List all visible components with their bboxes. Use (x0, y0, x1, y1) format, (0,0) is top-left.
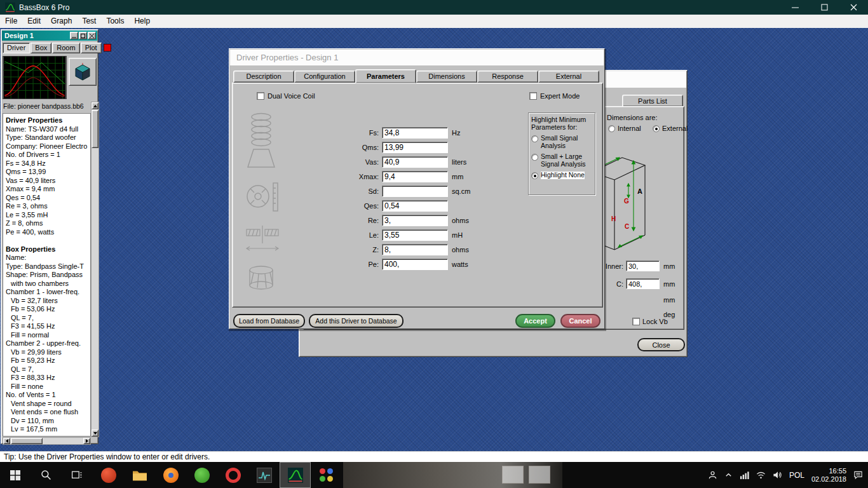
volume-icon[interactable] (773, 470, 782, 480)
menu-item[interactable]: Test (77, 15, 101, 28)
c-dimension-input[interactable] (626, 278, 660, 289)
language-indicator[interactable]: POL (789, 471, 804, 480)
opera-icon (226, 468, 241, 483)
minimize-icon[interactable] (780, 0, 810, 15)
taskbar-app-media[interactable] (311, 462, 342, 488)
menu-item[interactable]: Tools (101, 15, 129, 28)
dialog-tab[interactable]: External (538, 71, 599, 83)
highlight-option[interactable]: Highlight None (531, 172, 592, 179)
parameter-input[interactable] (382, 229, 448, 241)
start-button[interactable] (0, 462, 31, 488)
task-view-button[interactable] (61, 462, 92, 488)
app-titlebar: BassBox 6 Pro (0, 0, 868, 15)
add-driver-to-database-button[interactable]: Add this Driver to Database (309, 314, 403, 328)
status-tip: Tip: Use the Driver Properties window to… (4, 452, 210, 461)
taskbar-app-browser-red[interactable] (93, 462, 124, 488)
property-line: Type: Standard woofer (6, 133, 90, 142)
close-button[interactable]: Close (637, 338, 685, 351)
inner-dimension-input[interactable] (626, 261, 660, 271)
highlight-option[interactable]: Small Signal Analysis (531, 135, 592, 149)
dialog-tab[interactable]: Dimensions (416, 71, 477, 83)
lock-vb-checkbox[interactable]: Lock Vb (632, 318, 668, 325)
radio-internal[interactable]: Internal (608, 125, 641, 132)
property-line: Driver Properties (6, 116, 90, 125)
load-from-database-button[interactable]: Load from Database (233, 314, 305, 328)
menu-item[interactable]: Edit (22, 15, 46, 28)
bassbox-icon (288, 468, 303, 483)
parameter-input[interactable] (382, 142, 448, 153)
design-tab[interactable]: Plot (81, 43, 102, 53)
accept-button[interactable]: Accept (515, 314, 555, 328)
dialog-tab[interactable]: Parameters (355, 69, 416, 83)
dialog-tab[interactable]: Configuration (294, 71, 355, 83)
maximize-icon[interactable] (810, 0, 839, 15)
design-tab[interactable]: Room (52, 43, 79, 53)
parameter-input[interactable] (382, 186, 448, 197)
taskbar-app-opera[interactable] (217, 462, 248, 488)
horizontal-scrollbar[interactable] (3, 437, 91, 445)
scroll-right-icon[interactable] (83, 438, 90, 444)
cancel-button[interactable]: Cancel (560, 314, 600, 328)
vertical-scroll-thumb[interactable] (92, 110, 98, 148)
menubar: FileEditGraphTestToolsHelp (0, 15, 868, 28)
taskbar-app-file-explorer[interactable] (124, 462, 155, 488)
parameter-input[interactable] (382, 127, 448, 139)
hidden-icons-chevron-icon[interactable] (724, 471, 733, 479)
property-line: QL = 7, (6, 314, 90, 323)
taskbar-app-bassbox[interactable] (280, 462, 311, 488)
response-graph-thumbnail[interactable] (3, 56, 67, 99)
menu-item[interactable]: Help (129, 15, 155, 28)
taskbar-app-firefox[interactable] (155, 462, 186, 488)
design-close-icon[interactable] (88, 32, 96, 39)
design-window-titlebar[interactable]: Design 1 (2, 30, 97, 41)
design-minimize-icon[interactable] (70, 32, 78, 39)
plot-color-button[interactable] (104, 44, 111, 51)
dual-voice-coil-checkbox[interactable]: Dual Voice Coil (257, 92, 315, 100)
close-icon[interactable] (839, 0, 868, 15)
scroll-left-icon[interactable] (3, 438, 10, 444)
dialog-titlebar[interactable]: Driver Properties - Design 1 (230, 50, 604, 65)
people-icon[interactable] (708, 470, 717, 480)
highlight-option[interactable]: Small + Large Signal Analysis (531, 153, 592, 168)
dialog-tab[interactable]: Response (477, 71, 538, 83)
wifi-icon[interactable] (756, 470, 766, 480)
action-center-icon[interactable] (853, 470, 863, 480)
radio-icon (608, 125, 615, 132)
properties-list[interactable]: Driver PropertiesName: TS-W307 d4 fullTy… (3, 113, 91, 437)
taskbar-app-audio-tool[interactable] (248, 462, 280, 488)
checkbox-icon (257, 92, 264, 100)
clock[interactable]: 16:55 02.02.2018 (811, 467, 846, 484)
scroll-down-icon[interactable] (92, 430, 98, 437)
dim-label-a: A (637, 187, 642, 195)
box-3d-thumbnail[interactable] (69, 58, 97, 86)
parameter-input[interactable] (382, 200, 448, 212)
property-line: Chamber 2 - upper-freq. (6, 339, 90, 348)
parameter-input[interactable] (382, 259, 448, 270)
design-tab[interactable]: Box (31, 43, 51, 53)
property-line: Vb = 32,7 liters (6, 297, 90, 306)
menu-item[interactable]: File (0, 15, 22, 28)
property-line: Qes = 0,54 (6, 194, 90, 203)
inner-label: Inner: (602, 262, 623, 270)
design-window-title: Design 1 (4, 32, 34, 39)
search-button[interactable] (31, 462, 61, 488)
parameter-input[interactable] (382, 171, 448, 182)
dialog-tab[interactable]: Description (233, 71, 294, 83)
property-line: Fs = 34,8 Hz (6, 159, 90, 168)
scroll-up-icon[interactable] (92, 102, 98, 109)
property-line: Company: Pioneer Electro (6, 142, 90, 151)
parameter-input[interactable] (382, 215, 448, 226)
design-tab[interactable]: Driver (3, 43, 30, 53)
taskbar-app-browser-green[interactable] (186, 462, 217, 488)
radio-external[interactable]: External (653, 125, 688, 132)
design-restore-icon[interactable] (79, 32, 87, 39)
parameter-input[interactable] (382, 156, 448, 168)
signal-strength-icon[interactable] (740, 470, 749, 480)
property-line: Vas = 40,9 liters (6, 177, 90, 186)
horizontal-scroll-thumb[interactable] (11, 438, 43, 444)
parameter-input[interactable] (382, 244, 448, 255)
menu-item[interactable]: Graph (46, 15, 77, 28)
tab-parts-list[interactable]: Parts List (622, 95, 683, 107)
expert-mode-checkbox[interactable]: Expert Mode (529, 92, 580, 100)
vertical-scrollbar[interactable] (91, 102, 99, 437)
